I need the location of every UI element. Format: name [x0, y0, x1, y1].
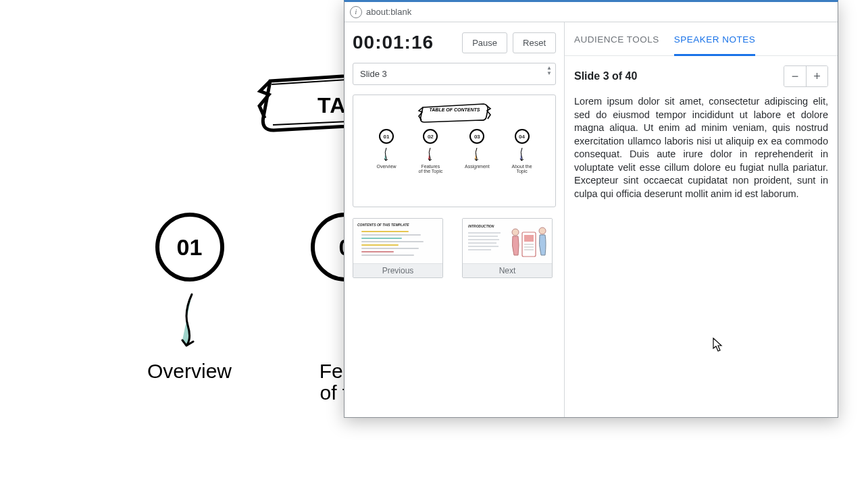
url-text: about:blank: [366, 7, 411, 17]
speaker-notes-body: Lorem ipsum dolor sit amet, consectetur …: [565, 91, 838, 211]
mini-toc-item: 04 About the Topic: [512, 129, 532, 173]
toc-number-circle: 01: [155, 213, 224, 281]
presenter-view-window: i about:blank 00:01:16 Pause Reset Slide…: [344, 0, 838, 418]
next-slide-thumb[interactable]: INTRODUCTION: [462, 218, 553, 278]
mini-toc-item: 03 Assignment: [465, 129, 490, 173]
tab-audience-tools[interactable]: AUDIENCE TOOLS: [574, 34, 659, 55]
toc-label: Overview: [147, 360, 232, 382]
mini-toc-item: 02 Features of the Topic: [419, 129, 443, 173]
zoom-out-button[interactable]: −: [784, 66, 806, 86]
elapsed-timer: 00:01:16: [353, 32, 434, 53]
banner-text-partial: TA: [317, 93, 346, 118]
prev-thumb-image: CONTENTS OF THIS TEMPLATE: [353, 219, 442, 263]
previous-slide-thumb[interactable]: CONTENTS OF THIS TEMPLATE Previous: [353, 218, 443, 278]
address-bar: i about:blank: [344, 2, 838, 22]
right-pane: AUDIENCE TOOLS SPEAKER NOTES Slide 3 of …: [565, 22, 838, 417]
stepper-icon[interactable]: ▲▼: [546, 65, 552, 76]
illustration-icon: [507, 223, 549, 261]
bg-toc-item-1: 01 Overview: [147, 213, 232, 382]
tab-speaker-notes[interactable]: SPEAKER NOTES: [674, 34, 756, 56]
zoom-controls: − +: [784, 65, 828, 87]
pause-button[interactable]: Pause: [462, 32, 507, 53]
reset-button[interactable]: Reset: [513, 32, 556, 53]
left-pane: 00:01:16 Pause Reset Slide 3 ▲▼: [344, 22, 565, 417]
mini-banner-text: TABLE OF CONTENTS: [417, 107, 492, 112]
notes-heading: Slide 3 of 40: [574, 70, 778, 82]
zoom-in-button[interactable]: +: [806, 66, 827, 86]
mini-toc-item: 01 Overview: [376, 129, 396, 173]
arrow-icon: [147, 292, 232, 355]
toc-number: 01: [177, 234, 203, 261]
svg-point-5: [512, 229, 519, 236]
next-caption: Next: [463, 263, 552, 277]
svg-point-6: [539, 227, 546, 234]
prev-caption: Previous: [353, 263, 442, 277]
info-icon: i: [350, 6, 362, 18]
slide-selector-value: Slide 3: [353, 63, 556, 85]
next-thumb-image: INTRODUCTION: [463, 219, 552, 263]
svg-rect-1: [524, 235, 534, 242]
slide-selector[interactable]: Slide 3 ▲▼: [353, 63, 556, 85]
mini-banner: TABLE OF CONTENTS: [417, 101, 492, 126]
current-slide-preview: TABLE OF CONTENTS 01 Overview 02 Feature…: [353, 95, 556, 207]
